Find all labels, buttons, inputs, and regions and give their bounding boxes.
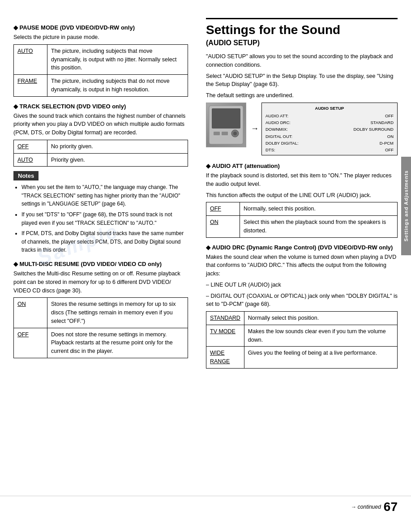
screen-row: DIGITAL OUT: ON	[265, 133, 394, 140]
footer-continued: → continued	[351, 504, 381, 510]
track-selection-desc: Gives the sound track which contains the…	[13, 112, 188, 137]
table-value: Normally select this position.	[244, 312, 397, 325]
table-row: ON Select this when the playback sound f…	[206, 216, 398, 238]
screen-box: AUDIO SETUP AUDIO ATT: OFF AUDIO DRC: ST…	[261, 103, 398, 155]
device-svg	[208, 105, 244, 145]
track-selection-table: OFF No priority given. AUTO Priority giv…	[13, 140, 188, 167]
table-key: TV MODE	[206, 325, 244, 347]
table-row: ON Stores the resume settings in memory …	[14, 298, 188, 328]
table-key: AUTO	[14, 153, 47, 167]
list-item: When you set the item to "AUTO," the lan…	[21, 183, 188, 208]
audio-att-table: OFF Normally, select this position. ON S…	[206, 202, 398, 237]
list-item: If PCM, DTS, and Dolby Digital sound tra…	[21, 229, 188, 254]
audio-drc-table: STANDARD Normally select this position. …	[206, 311, 398, 369]
screen-value: ON	[387, 133, 394, 140]
screen-label: AUDIO ATT:	[265, 112, 288, 119]
svg-point-5	[233, 132, 237, 135]
pause-mode-table: AUTO The picture, including subjects tha…	[13, 44, 188, 97]
table-row: OFF No priority given.	[14, 140, 188, 153]
table-row: OFF Does not store the resume settings i…	[14, 328, 188, 358]
audio-drc-title: ◆ AUDIO DRC (Dynamic Range Control) (DVD…	[206, 244, 398, 251]
table-value: Priority given.	[47, 153, 188, 167]
left-column: ◆ PAUSE MODE (DVD VIDEO/DVD-RW only) Sel…	[0, 13, 197, 491]
audio-att-desc1: If the playback sound is distorted, set …	[206, 172, 398, 189]
screen-value: OFF	[385, 146, 394, 153]
screen-row: AUDIO ATT: OFF	[265, 112, 394, 119]
screen-row: DTS: OFF	[265, 146, 394, 153]
table-row: TV MODE Makes the low sounds clear even …	[206, 325, 398, 347]
audio-drc-desc: Makes the sound clear when the volume is…	[206, 253, 398, 278]
table-value: Gives you the feeling of being at a live…	[244, 347, 397, 369]
svg-rect-2	[214, 132, 220, 135]
table-key: STANDARD	[206, 312, 244, 325]
table-key: WIDE RANGE	[206, 347, 244, 369]
multi-disc-desc: Switches the Multi-disc Resume setting o…	[13, 270, 188, 295]
screen-row: DOLBY DIGITAL: D-PCM	[265, 140, 394, 146]
table-row: AUTO The picture, including subjects tha…	[14, 44, 188, 74]
notes-list: When you set the item to "AUTO," the lan…	[13, 183, 188, 254]
audio-att-desc2: This function affects the output of the …	[206, 191, 398, 200]
svg-rect-3	[222, 132, 228, 135]
screen-label: DOLBY DIGITAL:	[265, 140, 299, 146]
default-note: The default settings are underlined.	[206, 91, 398, 100]
audio-drc-bullet1: – DIGITAL OUT (COAXIAL or OPTICAL) jack …	[206, 292, 398, 309]
page: ◆ PAUSE MODE (DVD VIDEO/DVD-RW only) Sel…	[0, 0, 411, 532]
screen-label: DIGITAL OUT:	[265, 133, 292, 140]
table-key: ON	[14, 298, 47, 328]
right-column: Settings for the Sound (AUDIO SETUP) "AU…	[197, 13, 411, 491]
arrow-icon: →	[251, 124, 259, 133]
screen-value: OFF	[385, 112, 394, 119]
intro-text: "AUDIO SETUP" allows you to set the soun…	[206, 52, 398, 69]
list-item: If you set "DTS" to "OFF" (page 68), the…	[21, 210, 188, 227]
table-row: FRAME The picture, including subjects th…	[14, 75, 188, 97]
screen-value: D-PCM	[380, 140, 394, 146]
table-value: Does not store the resume settings in me…	[47, 328, 188, 358]
screen-row: DOWNMIX: DOLBY SURROUND	[265, 126, 394, 133]
table-key: AUTO	[14, 44, 47, 74]
screen-value: DOLBY SURROUND	[353, 126, 394, 133]
table-value: Select this when the playback sound from…	[240, 216, 398, 238]
multi-disc-title: ◆ MULTI-DISC RESUME (DVD VIDEO/ VIDEO CD…	[13, 261, 188, 267]
table-value: Makes the low sounds clear even if you t…	[244, 325, 397, 347]
table-key: OFF	[14, 328, 47, 358]
columns: ◆ PAUSE MODE (DVD VIDEO/DVD-RW only) Sel…	[0, 13, 411, 491]
multi-disc-table: ON Stores the resume settings in memory …	[13, 297, 188, 358]
table-row: OFF Normally, select this position.	[206, 202, 398, 216]
sub-heading: (AUDIO SETUP)	[206, 39, 398, 47]
main-heading: Settings for the Sound	[206, 18, 398, 37]
table-key: OFF	[14, 140, 47, 153]
footer-page-number: 67	[384, 500, 398, 514]
table-value: Normally, select this position.	[240, 202, 398, 216]
table-row: WIDE RANGE Gives you the feeling of bein…	[206, 347, 398, 369]
device-image	[206, 103, 246, 147]
instruction-text: Select "AUDIO SETUP" in the Setup Displa…	[206, 72, 398, 89]
notes-container: Notes When you set the item to "AUTO," t…	[13, 171, 188, 254]
notes-label: Notes	[13, 171, 39, 180]
settings-sidebar-tab: Settings and Adjustments	[401, 157, 411, 255]
screen-row: AUDIO DRC: STANDARD	[265, 119, 394, 126]
table-value: The picture, including subjects that mov…	[47, 44, 188, 74]
table-row: STANDARD Normally select this position.	[206, 312, 398, 325]
screen-label: AUDIO DRC:	[265, 119, 291, 126]
table-value: Stores the resume settings in memory for…	[47, 298, 188, 328]
table-row: AUTO Priority given.	[14, 153, 188, 167]
pause-mode-title: ◆ PAUSE MODE (DVD VIDEO/DVD-RW only)	[13, 24, 188, 31]
screen-value: STANDARD	[370, 119, 394, 126]
track-selection-title: ◆ TRACK SELECTION (DVD VIDEO only)	[13, 103, 188, 110]
table-value: No priority given.	[47, 140, 188, 153]
device-image-inner	[206, 103, 246, 147]
table-key: FRAME	[14, 75, 47, 97]
pause-mode-desc: Selects the picture in pause mode.	[13, 33, 188, 42]
screen-label: DOWNMIX:	[265, 126, 288, 133]
table-key: ON	[206, 216, 240, 238]
audio-att-title: ◆ AUDIO ATT (attenuation)	[206, 163, 398, 169]
svg-rect-1	[212, 108, 240, 129]
setup-display: → AUDIO SETUP AUDIO ATT: OFF AUDIO DRC: …	[206, 103, 398, 155]
screen-label: DTS:	[265, 146, 275, 153]
screen-title: AUDIO SETUP	[265, 105, 394, 112]
table-key: OFF	[206, 202, 240, 216]
table-value: The picture, including subjects that do …	[47, 75, 188, 97]
sidebar-label: Settings and Adjustments	[403, 170, 409, 241]
page-footer: → continued 67	[0, 496, 411, 514]
audio-drc-bullet0: – LINE OUT L/R (AUDIO) jack	[206, 281, 398, 289]
